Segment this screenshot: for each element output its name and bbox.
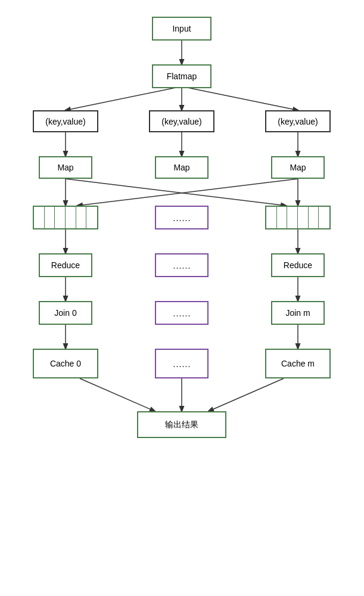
dots-mid-grid: ...... <box>155 206 209 229</box>
arrows-svg <box>0 0 364 596</box>
grid-cell <box>319 207 329 228</box>
grid-cell <box>309 207 319 228</box>
diagram: Input Flatmap (key,value) (key,value) (k… <box>0 0 364 596</box>
svg-line-3 <box>182 86 298 110</box>
map-right-node: Map <box>271 156 325 179</box>
svg-line-19 <box>209 378 284 411</box>
kv-mid-node: (key,value) <box>149 110 214 132</box>
svg-line-9 <box>66 179 286 206</box>
cachem-node: Cache m <box>265 349 331 378</box>
svg-line-17 <box>80 378 155 411</box>
grid-cell <box>55 207 66 228</box>
reduce-left-node: Reduce <box>39 253 92 277</box>
kv-left-node: (key,value) <box>33 110 98 132</box>
map-mid-node: Map <box>155 156 209 179</box>
flatmap-node: Flatmap <box>152 64 211 88</box>
reduce-right-node: Reduce <box>271 253 325 277</box>
grid-cell <box>86 207 97 228</box>
join0-node: Join 0 <box>39 301 92 325</box>
grid-right-node <box>265 206 331 229</box>
joinm-node: Join m <box>271 301 325 325</box>
grid-cell <box>76 207 87 228</box>
input-node: Input <box>152 17 211 41</box>
dots-mid-reduce: ...... <box>155 253 209 277</box>
grid-cell <box>298 207 309 228</box>
svg-line-1 <box>66 86 182 110</box>
output-node: 输出结果 <box>137 411 226 438</box>
grid-cell <box>45 207 55 228</box>
grid-cell <box>287 207 298 228</box>
grid-cell <box>277 207 288 228</box>
svg-line-8 <box>77 179 298 206</box>
grid-cell <box>266 207 277 228</box>
grid-left-node <box>33 206 98 229</box>
grid-cell <box>34 207 45 228</box>
cache0-node: Cache 0 <box>33 349 98 378</box>
grid-cell <box>66 207 76 228</box>
dots-mid-cache: ...... <box>155 349 209 378</box>
kv-right-node: (key,value) <box>265 110 331 132</box>
dots-mid-join: ...... <box>155 301 209 325</box>
map-left-node: Map <box>39 156 92 179</box>
